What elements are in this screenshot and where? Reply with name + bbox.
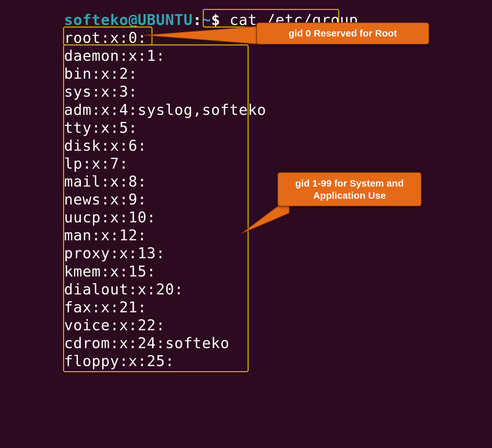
- output-line: bin:x:2:: [64, 65, 428, 83]
- output-line: dialout:x:20:: [64, 280, 428, 298]
- callout-root: gid 0 Reserved for Root: [256, 22, 429, 44]
- callout-root-text: gid 0 Reserved for Root: [289, 28, 397, 38]
- output-line: daemon:x:1:: [64, 47, 428, 65]
- prompt-at: @: [128, 11, 138, 28]
- output-line: sys:x:3:: [64, 83, 428, 100]
- output-line: man:x:12:: [64, 226, 428, 244]
- prompt-colon: :: [193, 11, 202, 28]
- output-line: fax:x:21:: [64, 298, 428, 316]
- output-line: cdrom:x:24:softeko: [64, 334, 428, 352]
- terminal-screenshot: softeko@UBUNTU:~$ cat /etc/group root:x:…: [63, 10, 429, 381]
- output-line: lp:x:7:: [64, 155, 428, 172]
- prompt-symbol: $: [211, 11, 220, 28]
- callout-system-text: gid 1-99 for System and Application Use: [295, 178, 404, 201]
- output-line: kmem:x:15:: [64, 262, 428, 280]
- output-line: uucp:x:10:: [64, 208, 428, 226]
- output-line: voice:x:22:: [64, 316, 428, 334]
- output-line: disk:x:6:: [64, 137, 428, 155]
- output-line: tty:x:5:: [64, 119, 428, 137]
- output-line: adm:x:4:syslog,softeko: [64, 101, 428, 119]
- prompt-path: ~: [202, 11, 211, 28]
- output-line: proxy:x:13:: [64, 244, 428, 262]
- prompt-user: softeko: [64, 11, 128, 28]
- output-line: floppy:x:25:: [64, 352, 428, 370]
- callout-system: gid 1-99 for System and Application Use: [277, 172, 422, 206]
- prompt-host: UBUNTU: [138, 11, 193, 28]
